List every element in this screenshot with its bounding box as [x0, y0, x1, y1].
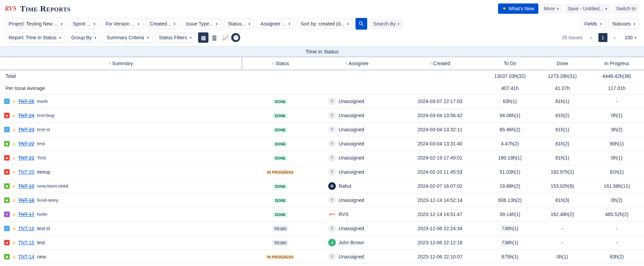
avg-label: Per Issue Average — [0, 82, 242, 94]
prog-cell: 0h(1) — [589, 109, 644, 123]
issue-type-filter[interactable]: Issue Type...▾ — [182, 19, 221, 29]
assignee-name: Unassigned — [339, 169, 364, 175]
issue-key-link[interactable]: TNT-15 — [18, 240, 35, 245]
issue-key-link[interactable]: TNT-21 — [18, 155, 35, 161]
prev-page-button[interactable]: ‹ — [587, 33, 596, 42]
table-row: ■≡TNT-18 feed storyDONE?Unassigned2023-1… — [0, 193, 644, 207]
status-filter[interactable]: Status...▾ — [224, 19, 254, 29]
chevron-down-icon: ▾ — [138, 22, 139, 26]
prog-cell: - — [589, 94, 644, 109]
done-cell: 81h(2) — [535, 137, 590, 151]
sprint-filter[interactable]: Sprint ...▾ — [69, 19, 99, 29]
clock-view-button[interactable]: 🕐 — [231, 33, 240, 42]
save-button[interactable]: Save - Untitled... ▾ — [564, 4, 611, 13]
clock-icon: 🕐 — [233, 35, 239, 40]
line-chart-icon: 📈 — [222, 34, 229, 41]
status-badge: DONE — [273, 99, 288, 104]
assignee-name: RVS — [339, 212, 349, 217]
report-filter[interactable]: Report: Time in Status▾ — [5, 32, 65, 43]
search-by-button[interactable]: Search By▾ — [370, 19, 403, 29]
chevron-down-icon: ▾ — [634, 22, 635, 26]
issue-key-link[interactable]: TNT-24 — [18, 113, 35, 118]
done-cell: 81h(2) — [535, 109, 590, 123]
status-badge: TO DO — [272, 226, 289, 232]
table-row: ⚡≡TNT-17 helloDONERVSRVS2023-12-14 14:51… — [0, 207, 644, 222]
group-by-filter[interactable]: Group By▾ — [68, 32, 100, 43]
total-prog: 4446.42h(38) — [589, 70, 644, 82]
col-done[interactable]: Done — [535, 57, 590, 70]
project-filter[interactable]: Project: Testing New ...▾ — [5, 19, 66, 29]
assignee-name: Unassigned — [339, 226, 364, 231]
avg-prog: 117.01h — [589, 82, 644, 94]
status-filters-filter[interactable]: Status Filters▾ — [155, 32, 196, 43]
issue-key-link[interactable]: TNT-14 — [18, 254, 35, 259]
issue-key-link[interactable]: TNT-20 — [18, 169, 35, 175]
issue-key-link[interactable]: TNT-22 — [18, 141, 35, 146]
status-badge: DONE — [273, 127, 288, 133]
assignee-filter[interactable]: Assignee ...▾ — [257, 19, 294, 29]
avatar: ? — [328, 154, 336, 162]
priority-icon: ≡ — [12, 169, 16, 175]
issue-key-link[interactable]: TNT-16 — [18, 226, 35, 231]
line-chart-view-button[interactable]: 📈 — [220, 32, 231, 43]
sort-by-filter[interactable]: Sort by: created (d...▾ — [297, 19, 353, 29]
avatar: ? — [328, 140, 336, 147]
table-row: ✓≡TNT-16 test stTO DO?Unassigned2023-12-… — [0, 222, 644, 236]
status-badge: DONE — [273, 212, 288, 217]
table-row: ✓≡TNT-23 test stDONE?Unassigned2024-03-0… — [0, 123, 644, 137]
issue-key-link[interactable]: TNT-19 — [18, 183, 35, 189]
bar-chart-view-button[interactable]: ䷀ — [209, 32, 219, 43]
prog-cell: 90h(1) — [589, 137, 644, 151]
issue-count: 25 Issues — [562, 35, 583, 40]
table-row: ●≡TNT-21 TestDONE?Unassigned2024-02-19 1… — [0, 151, 644, 165]
app-header: RVS Time Reports ✦ What's New More ▾ Sav… — [0, 0, 644, 17]
avatar: ? — [328, 225, 336, 232]
table-view-button[interactable]: ▦ — [198, 32, 208, 43]
statuses-button[interactable]: Statuses▾ — [608, 19, 639, 29]
status-badge: DONE — [273, 113, 288, 119]
page-number[interactable]: 1 — [598, 33, 607, 42]
col-summary[interactable]: ↑Summary — [0, 57, 242, 70]
fix-version-filter[interactable]: Fix Version ...▾ — [102, 19, 143, 29]
created-filter[interactable]: Created...▾ — [146, 19, 179, 29]
issue-key-link[interactable]: TNT-25 — [18, 99, 35, 104]
issue-key-link[interactable]: TNT-17 — [18, 212, 35, 217]
created-cell: 2023-12-06 22:10:07 — [395, 250, 485, 264]
total-label: Total — [0, 70, 242, 82]
priority-icon: ≡ — [12, 197, 16, 203]
table-row: ●≡TNT-15 testTO DOJJohn Brown2023-12-06 … — [0, 236, 644, 250]
status-badge: DONE — [273, 198, 288, 203]
chevron-right-icon: › — [614, 35, 615, 40]
save-label: Save - Untitled... — [568, 6, 604, 11]
done-cell: 81h(1) — [535, 94, 590, 109]
col-todo[interactable]: To Do — [485, 57, 535, 70]
status-badge: DONE — [273, 155, 288, 161]
fields-button[interactable]: Fields▾ — [580, 19, 605, 29]
chevron-down-icon: ▾ — [398, 22, 399, 26]
issuetype-story-icon: ■ — [4, 254, 10, 259]
issue-key-link[interactable]: TNT-18 — [18, 197, 35, 203]
more-button[interactable]: More ▾ — [540, 4, 562, 13]
page-size-select[interactable]: 100▾ — [622, 33, 639, 42]
issue-title: test bug — [37, 113, 54, 118]
issuetype-bug-icon: ● — [4, 169, 10, 175]
next-page-button[interactable]: › — [610, 33, 619, 42]
col-created[interactable]: ↑Created — [395, 57, 485, 70]
col-assignee[interactable]: ↑Assignee — [319, 57, 395, 70]
table-row: ■≡TNT-19 new born childDONERRahul2024-02… — [0, 179, 644, 193]
summary-criteria-filter[interactable]: Summary Criteria▾ — [103, 32, 153, 43]
search-button[interactable] — [355, 18, 367, 30]
switch-button[interactable]: Switch to — [613, 4, 639, 13]
chevron-down-icon: ▾ — [347, 22, 349, 26]
table-row: ●≡TNT-24 test bugDONE?Unassigned2024-03-… — [0, 109, 644, 123]
sparkle-icon: ✦ — [502, 6, 507, 12]
issue-key-link[interactable]: TNT-23 — [18, 127, 35, 132]
created-cell: 2023-12-14 14:51:47 — [395, 207, 485, 222]
avatar: R — [328, 182, 336, 190]
status-badge: IN PROGRESS — [265, 170, 295, 175]
chevron-down-icon: ▾ — [289, 22, 290, 26]
col-in-progress[interactable]: In Progress — [589, 57, 644, 70]
col-status[interactable]: ↑Status — [242, 57, 319, 70]
whats-new-button[interactable]: ✦ What's New — [498, 3, 538, 14]
prog-cell: - — [589, 236, 644, 250]
